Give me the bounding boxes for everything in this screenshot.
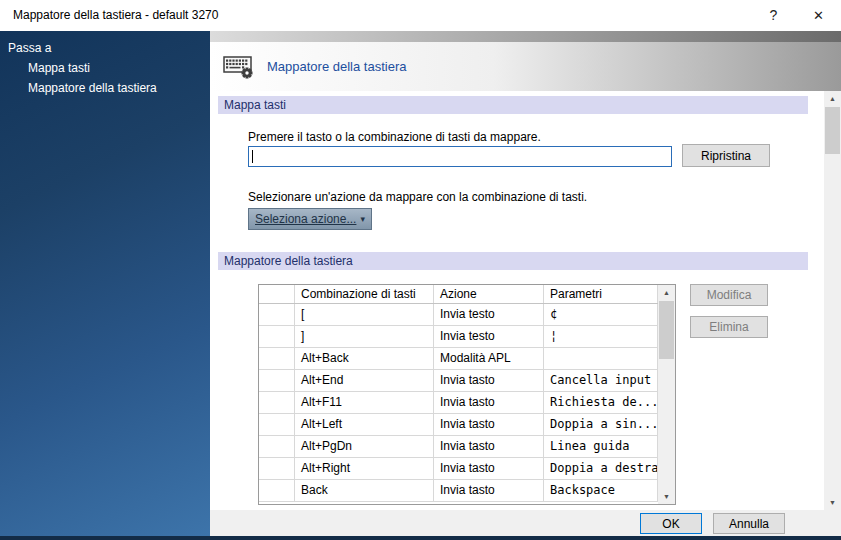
row-selector-cell bbox=[259, 392, 295, 413]
cell-parameters bbox=[544, 348, 658, 369]
row-selector-cell bbox=[259, 414, 295, 435]
cell-key-combination: ] bbox=[295, 326, 434, 347]
table-scrollbar-thumb[interactable] bbox=[659, 301, 674, 359]
cell-key-combination: Alt+End bbox=[295, 370, 434, 391]
table-row[interactable]: ] Invia testo ¦ bbox=[259, 326, 658, 348]
banner-gradient-strip bbox=[210, 31, 841, 42]
row-selector-cell bbox=[259, 480, 295, 501]
cell-parameters: ¦ bbox=[544, 326, 658, 347]
cell-key-combination: Alt+F11 bbox=[295, 392, 434, 413]
cell-action: Invia tasto bbox=[434, 458, 544, 479]
main-scroll-down-icon[interactable]: ▼ bbox=[824, 495, 841, 510]
cell-key-combination: Back bbox=[295, 480, 434, 501]
keyboard-mapper-icon bbox=[223, 53, 255, 80]
cell-key-combination: [ bbox=[295, 304, 434, 325]
key-combination-input[interactable] bbox=[248, 146, 672, 167]
cell-parameters: Richiesta de... bbox=[544, 392, 658, 413]
column-header-combo: Combinazione di tasti bbox=[295, 285, 434, 303]
cell-action: Invia tasto bbox=[434, 392, 544, 413]
table-scroll-up-icon[interactable]: ▲ bbox=[658, 285, 675, 300]
table-scrollbar[interactable]: ▲ ▼ bbox=[658, 285, 675, 504]
reset-button[interactable]: Ripristina bbox=[682, 144, 770, 167]
table-row[interactable]: [ Invia testo ¢ bbox=[259, 304, 658, 326]
cell-parameters: Backspace bbox=[544, 480, 658, 501]
modify-button[interactable]: Modifica bbox=[690, 284, 768, 306]
cell-parameters: Doppia a destra bbox=[544, 458, 658, 479]
row-selector-cell bbox=[259, 370, 295, 391]
column-header-action: Azione bbox=[434, 285, 544, 303]
keymap-table-grid: Combinazione di tasti Azione Parametri [… bbox=[259, 285, 658, 504]
cell-key-combination: Alt+PgDn bbox=[295, 436, 434, 457]
table-row[interactable]: Back Invia tasto Backspace bbox=[259, 480, 658, 502]
sidebar-header: Passa a bbox=[0, 31, 210, 55]
section-header-mappatore: Mappatore della tastiera bbox=[218, 252, 808, 270]
banner: Mappatore della tastiera bbox=[210, 31, 841, 91]
main-scroll-up-icon[interactable]: ▲ bbox=[824, 91, 841, 106]
cell-key-combination: Alt+Back bbox=[295, 348, 434, 369]
sidebar-item-mappatore-tastiera[interactable]: Mappatore della tastiera bbox=[0, 81, 210, 95]
cell-action: Invia tasto bbox=[434, 480, 544, 501]
chevron-down-icon: ▾ bbox=[360, 214, 365, 224]
table-row[interactable]: Alt+Back Modalità APL bbox=[259, 348, 658, 370]
sidebar-item-mappa-tasti[interactable]: Mappa tasti bbox=[0, 61, 210, 75]
cell-action: Invia testo bbox=[434, 304, 544, 325]
row-selector-cell bbox=[259, 348, 295, 369]
close-button[interactable]: ✕ bbox=[796, 0, 841, 31]
cell-key-combination: Alt+Left bbox=[295, 414, 434, 435]
section-header-mappa-tasti: Mappa tasti bbox=[218, 96, 808, 114]
table-row[interactable]: Alt+Left Invia tasto Doppia a sin... bbox=[259, 414, 658, 436]
select-action-dropdown-label: Seleziona azione... bbox=[255, 212, 356, 226]
titlebar: Mappatore della tastiera - default 3270 … bbox=[0, 0, 841, 31]
table-row[interactable]: Alt+End Invia tasto Cancella input bbox=[259, 370, 658, 392]
table-scroll-down-icon[interactable]: ▼ bbox=[658, 489, 675, 504]
footer-bar: OK Annulla bbox=[210, 510, 841, 536]
row-selector-cell bbox=[259, 326, 295, 347]
delete-button[interactable]: Elimina bbox=[690, 316, 768, 338]
cell-parameters: Doppia a sin... bbox=[544, 414, 658, 435]
table-row[interactable]: Alt+F11 Invia tasto Richiesta de... bbox=[259, 392, 658, 414]
help-icon: ? bbox=[770, 7, 778, 23]
content-panel: Mappa tasti Premere il tasto o la combin… bbox=[210, 91, 824, 510]
cell-action: Invia tasto bbox=[434, 370, 544, 391]
row-selector-cell bbox=[259, 436, 295, 457]
table-header-row: Combinazione di tasti Azione Parametri bbox=[259, 285, 658, 304]
cell-parameters: ¢ bbox=[544, 304, 658, 325]
window-title: Mappatore della tastiera - default 3270 bbox=[13, 0, 218, 31]
cell-parameters: Linea guida bbox=[544, 436, 658, 457]
table-row[interactable]: Alt+PgDn Invia tasto Linea guida bbox=[259, 436, 658, 458]
column-header-params: Parametri bbox=[544, 285, 658, 303]
table-row[interactable]: Alt+Right Invia tasto Doppia a destra bbox=[259, 458, 658, 480]
help-button[interactable]: ? bbox=[751, 0, 796, 31]
cell-action: Modalità APL bbox=[434, 348, 544, 369]
banner-title: Mappatore della tastiera bbox=[267, 59, 406, 74]
row-selector-cell bbox=[259, 458, 295, 479]
cell-key-combination: Alt+Right bbox=[295, 458, 434, 479]
banner-main: Mappatore della tastiera bbox=[210, 42, 841, 91]
main-scrollbar-thumb[interactable] bbox=[825, 107, 840, 154]
cell-action: Invia tasto bbox=[434, 414, 544, 435]
instruction-key-text: Premere il tasto o la combinazione di ta… bbox=[248, 130, 541, 144]
cell-action: Invia tasto bbox=[434, 436, 544, 457]
keymap-table-body: [ Invia testo ¢ ] Invia testo ¦ Alt+Back… bbox=[259, 304, 658, 502]
cancel-button[interactable]: Annulla bbox=[713, 513, 785, 534]
main-scrollbar[interactable]: ▲ ▼ bbox=[824, 91, 841, 510]
cell-parameters: Cancella input bbox=[544, 370, 658, 391]
row-selector-cell bbox=[259, 304, 295, 325]
instruction-action-text: Selezionare un'azione da mappare con la … bbox=[248, 190, 587, 204]
ok-button[interactable]: OK bbox=[640, 513, 702, 534]
select-action-dropdown[interactable]: Seleziona azione... ▾ bbox=[248, 208, 372, 230]
text-caret bbox=[252, 150, 253, 163]
keyboard-mapper-dialog: Mappatore della tastiera - default 3270 … bbox=[0, 0, 841, 540]
sidebar: Passa a Mappa tasti Mappatore della tast… bbox=[0, 31, 210, 536]
column-header-selector bbox=[259, 285, 295, 303]
window-bottom-strip bbox=[0, 536, 841, 540]
cell-action: Invia testo bbox=[434, 326, 544, 347]
close-icon: ✕ bbox=[813, 8, 824, 23]
keymap-table: Combinazione di tasti Azione Parametri [… bbox=[258, 284, 676, 505]
